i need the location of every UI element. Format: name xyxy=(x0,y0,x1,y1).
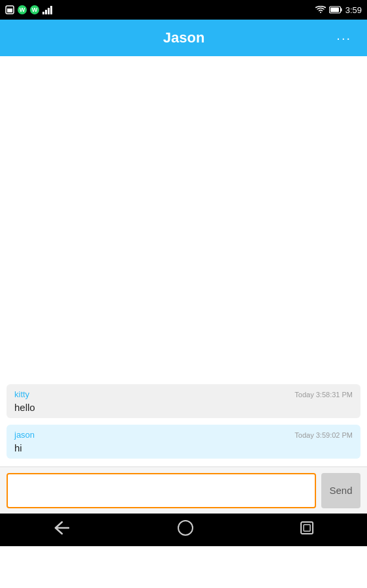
message-input[interactable] xyxy=(7,473,316,508)
svg-rect-4 xyxy=(330,8,339,12)
svg-point-6 xyxy=(178,521,193,535)
chat-spacer xyxy=(7,64,360,378)
message-time: Today 3:59:02 PM xyxy=(295,431,353,439)
app-icon-1: W xyxy=(18,5,27,14)
status-right-icons: 3:59 xyxy=(315,5,362,15)
recents-button[interactable] xyxy=(300,521,314,539)
message-text: hello xyxy=(14,402,353,413)
message-sender: jason xyxy=(14,430,35,440)
battery-icon xyxy=(329,6,342,14)
top-bar: Jason ··· xyxy=(0,20,367,56)
message-bubble: jason Today 3:59:02 PM hi xyxy=(7,425,360,459)
svg-rect-7 xyxy=(301,522,313,534)
message-sender: kitty xyxy=(14,389,29,399)
message-header: kitty Today 3:58:31 PM xyxy=(14,389,353,399)
status-bar: W W 3:59 xyxy=(0,0,367,20)
chat-area: kitty Today 3:58:31 PM hello jason Today… xyxy=(0,56,367,466)
message-bubble: kitty Today 3:58:31 PM hello xyxy=(7,384,360,418)
message-text: hi xyxy=(14,442,353,453)
bottom-nav xyxy=(0,514,367,546)
svg-rect-1 xyxy=(7,8,12,12)
app-icon-2: W xyxy=(30,5,39,14)
home-button[interactable] xyxy=(177,519,194,540)
status-left-icons: W W xyxy=(5,5,52,14)
chat-title: Jason xyxy=(37,29,331,46)
time-display: 3:59 xyxy=(345,5,362,15)
signal-icon xyxy=(42,5,52,14)
wifi-icon xyxy=(315,6,326,14)
message-header: jason Today 3:59:02 PM xyxy=(14,430,353,440)
back-button[interactable] xyxy=(53,521,71,539)
svg-rect-8 xyxy=(304,525,310,531)
svg-rect-3 xyxy=(340,8,342,12)
more-menu-button[interactable]: ··· xyxy=(331,28,357,48)
input-area: Send xyxy=(0,466,367,514)
message-time: Today 3:58:31 PM xyxy=(295,391,353,399)
send-button[interactable]: Send xyxy=(321,473,360,508)
sim-icon xyxy=(5,5,14,14)
